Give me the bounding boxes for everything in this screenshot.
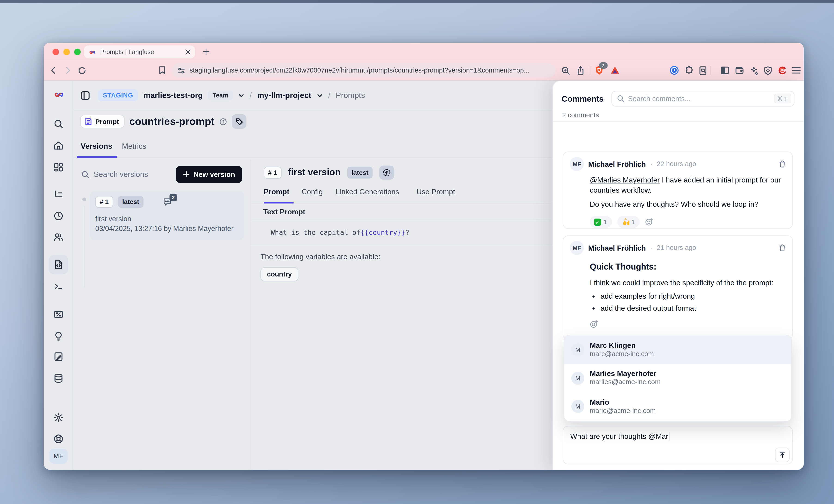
datasets-icon[interactable] <box>53 373 64 384</box>
add-reaction-icon[interactable] <box>645 217 654 226</box>
comment-input[interactable]: What are your thoughts @Mar <box>563 426 793 464</box>
vpn-shield-icon[interactable] <box>763 65 773 76</box>
tab-linked-generations[interactable]: Linked Generations <box>336 188 399 196</box>
comment-count-badge: 2 <box>170 194 177 201</box>
playground-icon[interactable] <box>53 281 64 292</box>
avatar: M <box>571 372 584 385</box>
tab-config[interactable]: Config <box>302 188 323 196</box>
delete-comment-icon[interactable] <box>779 160 786 168</box>
comment-text: I think we could improve the specificity… <box>590 279 786 287</box>
search-versions-input[interactable]: Search versions <box>81 170 176 179</box>
panel-toggle-icon[interactable] <box>80 90 91 100</box>
comment-heading: Quick Thoughts: <box>590 262 786 272</box>
extensions-icon[interactable] <box>683 65 695 76</box>
info-icon[interactable] <box>219 118 227 125</box>
reading-mode-icon[interactable] <box>777 65 788 76</box>
comments-drawer: Comments Search comments... ⌘ F 2 commen… <box>552 81 804 470</box>
dashboards-icon[interactable] <box>53 162 64 173</box>
mention-name: Marc Klingen <box>590 341 654 350</box>
new-tab-button[interactable] <box>202 48 210 55</box>
page-header: Prompt countries-prompt <box>80 114 246 129</box>
new-version-button[interactable]: New version <box>176 166 242 183</box>
chevron-down-icon[interactable] <box>238 92 244 98</box>
org-name[interactable]: marlies-test-org <box>144 91 203 99</box>
close-tab-icon[interactable] <box>185 49 191 54</box>
share-icon[interactable] <box>575 65 586 76</box>
comments-bubble-icon[interactable]: 2 <box>162 197 172 207</box>
tracing-icon[interactable] <box>53 189 64 200</box>
chevron-down-icon[interactable] <box>317 92 323 98</box>
active-tab-underline <box>77 156 117 158</box>
promote-version-button[interactable] <box>379 166 395 180</box>
users-icon[interactable] <box>53 232 64 243</box>
tab-metrics[interactable]: Metrics <box>122 142 146 151</box>
mention-link[interactable]: @Marlies Mayerhofer <box>590 176 660 184</box>
delete-comment-icon[interactable] <box>779 244 786 252</box>
variables-note: The following variables are available: <box>261 253 380 261</box>
page-search-icon[interactable] <box>698 65 708 76</box>
settings-gear-icon[interactable] <box>53 412 64 423</box>
leo-ai-icon[interactable] <box>748 65 759 76</box>
version-number-badge: # 1 <box>95 196 113 208</box>
submit-comment-button[interactable] <box>775 448 790 462</box>
staging-badge: STAGING <box>98 89 138 101</box>
browser-tab[interactable]: Prompts | Langfuse <box>84 46 195 59</box>
latest-badge: latest <box>118 196 144 208</box>
project-name[interactable]: my-llm-project <box>257 91 311 99</box>
browser-titlebar: Prompts | Langfuse <box>44 43 804 61</box>
bookmark-icon[interactable] <box>156 65 167 76</box>
minimize-window-button[interactable] <box>63 49 70 55</box>
annotation-icon[interactable] <box>53 351 64 362</box>
mention-option-marc[interactable]: M Marc Klingen marc@acme-inc.com <box>564 336 791 364</box>
brave-shields-icon[interactable]: 2 <box>594 65 605 76</box>
breadcrumb-section: Prompts <box>336 91 365 99</box>
support-icon[interactable] <box>53 434 64 444</box>
home-icon[interactable] <box>53 140 64 151</box>
search-comments-input[interactable]: Search comments... ⌘ F <box>611 91 794 106</box>
timeline-rail <box>84 206 84 287</box>
search-icon[interactable] <box>53 118 64 129</box>
zoom-window-button[interactable] <box>74 49 81 55</box>
detail-latest-badge: latest <box>347 167 373 179</box>
search-shortcut-badge: ⌘ F <box>774 94 791 103</box>
zoom-page-icon[interactable] <box>560 65 571 76</box>
sidebar-toggle-icon[interactable] <box>720 65 731 76</box>
menu-icon[interactable] <box>791 65 802 76</box>
tab-title: Prompts | Langfuse <box>100 49 181 55</box>
add-reaction-icon[interactable] <box>590 320 786 328</box>
check-mark-emoji: ✓ <box>594 218 601 225</box>
tab-use-prompt[interactable]: Use Prompt <box>417 188 455 196</box>
reaction-check[interactable]: ✓ 1 <box>590 216 612 228</box>
tab-prompt[interactable]: Prompt <box>264 188 289 196</box>
close-window-button[interactable] <box>52 49 59 55</box>
prompt-type-badge: Prompt <box>80 115 125 129</box>
evaluation-icon[interactable] <box>53 330 64 341</box>
sessions-icon[interactable] <box>53 210 64 221</box>
bullet-item: add examples for right/wrong <box>600 292 786 300</box>
dot-separator: · <box>650 244 652 252</box>
forward-button[interactable] <box>62 65 73 76</box>
mention-option-marlies[interactable]: M Marlies Mayerhofer marlies@acme-inc.co… <box>564 364 791 392</box>
wallet-icon[interactable] <box>734 65 745 76</box>
comments-count: 2 comments <box>562 112 599 119</box>
versions-panel: Search versions New version # 1 <box>73 160 250 469</box>
comment-text: Do you have any thoughts? Who should we … <box>590 199 786 209</box>
url-bar[interactable]: staging.langfuse.com/project/cm22fk0w700… <box>172 63 556 77</box>
tag-button[interactable] <box>232 114 246 129</box>
reaction-raised-hands[interactable]: 1 <box>617 216 640 228</box>
user-avatar[interactable]: MF <box>49 449 68 464</box>
langfuse-logo-icon[interactable] <box>53 89 64 99</box>
prompts-icon[interactable] <box>53 259 64 270</box>
back-button[interactable] <box>48 65 59 76</box>
mention-option-mario[interactable]: M Mario mario@acme-inc.com <box>564 392 791 421</box>
site-settings-icon[interactable] <box>177 66 185 74</box>
version-list-item[interactable]: # 1 latest 2 first version 03/04/2025, 1… <box>90 191 244 240</box>
langfuse-app: MF STAGING marlies-test-org Team / my-ll… <box>44 81 804 470</box>
password-manager-icon[interactable] <box>669 65 680 76</box>
reload-button[interactable] <box>76 65 87 76</box>
scores-icon[interactable] <box>53 309 64 320</box>
tab-versions[interactable]: Versions <box>81 142 112 151</box>
mention-email: marc@acme-inc.com <box>590 350 654 358</box>
brave-rewards-icon[interactable] <box>609 65 620 76</box>
breadcrumb-separator: / <box>328 91 330 100</box>
